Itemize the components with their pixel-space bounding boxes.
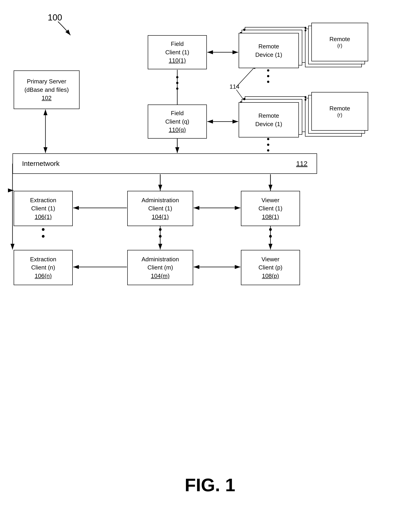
extraction-client-1-box: ExtractionClient (1) 106(1)	[14, 191, 73, 226]
svg-point-26	[243, 29, 246, 31]
remote-top-stack: Remote (r)	[305, 23, 368, 68]
viewer-client-1-ref: 108(1)	[262, 213, 279, 221]
admin-client-1-ref: 104(1)	[152, 213, 169, 221]
field-client-1-label: FieldClient (1)	[165, 40, 189, 56]
field-client-q-box: FieldClient (q) 110(q)	[148, 105, 207, 139]
extraction-client-n-label: ExtractionClient (n)	[30, 255, 56, 272]
extraction-client-1-ref: 106(1)	[35, 213, 52, 221]
admin-client-m-box: AdministrationClient (m) 104(m)	[127, 250, 193, 285]
fig-label: FIG. 1	[0, 475, 420, 495]
viewer-client-p-box: ViewerClient (p) 108(p)	[241, 250, 300, 285]
viewer-client-p-ref: 108(p)	[262, 272, 279, 280]
svg-point-48	[269, 228, 272, 231]
admin-client-m-ref: 104(m)	[151, 272, 170, 280]
viewer-client-p-label: ViewerClient (p)	[258, 255, 282, 272]
remote-device-1-bottom-label: RemoteDevice (1)	[255, 112, 282, 128]
svg-point-45	[159, 228, 162, 231]
admin-client-1-box: AdministrationClient (1) 104(1)	[127, 191, 193, 226]
internetwork-box: Internetwork 112	[13, 153, 317, 174]
admin-client-m-label: AdministrationClient (m)	[142, 255, 179, 272]
primary-server-ref: 102	[42, 94, 51, 102]
remote-top-sublabel: (r)	[337, 43, 342, 49]
extraction-client-n-ref: 106(n)	[35, 272, 52, 280]
svg-point-43	[42, 235, 45, 238]
primary-server-box: Primary Server (dBase and files) 102	[14, 70, 80, 109]
svg-point-18	[267, 138, 269, 140]
svg-point-13	[176, 82, 178, 84]
remote-device-1-top-label: RemoteDevice (1)	[255, 42, 282, 59]
internetwork-label: Internetwork	[22, 159, 60, 168]
diagram-container: 100 114	[0, 0, 420, 516]
diagram-number-text: 100	[48, 13, 62, 22]
svg-point-16	[267, 75, 269, 77]
remote-bottom-sublabel: (r)	[337, 112, 342, 118]
svg-point-19	[267, 144, 269, 146]
primary-server-label: Primary Server (dBase and files)	[24, 77, 69, 94]
fig-label-text: FIG. 1	[185, 475, 235, 495]
extraction-client-n-box: ExtractionClient (n) 106(n)	[14, 250, 73, 285]
svg-point-12	[176, 76, 178, 78]
remote-top-label: Remote	[329, 36, 350, 43]
svg-point-14	[176, 88, 178, 90]
remote-bottom-label: Remote	[329, 105, 350, 112]
svg-point-15	[267, 69, 269, 72]
svg-point-49	[269, 235, 272, 238]
viewer-client-1-label: ViewerClient (1)	[258, 196, 282, 213]
svg-point-42	[42, 228, 45, 231]
field-client-1-box: FieldClient (1) 110(1)	[148, 35, 207, 69]
svg-point-17	[267, 81, 269, 83]
svg-point-20	[267, 149, 269, 151]
remote-device-1-top-box: RemoteDevice (1)	[239, 33, 299, 68]
field-client-q-label: FieldClient (q)	[165, 109, 189, 126]
field-client-1-ref: 110(1)	[169, 56, 186, 65]
remote-bottom-stack: Remote (r)	[305, 92, 368, 137]
viewer-client-1-box: ViewerClient (1) 108(1)	[241, 191, 300, 226]
svg-point-28	[243, 98, 246, 100]
admin-client-1-label: AdministrationClient (1)	[142, 196, 179, 213]
internetwork-ref: 112	[296, 159, 308, 168]
svg-text:114: 114	[230, 83, 239, 90]
remote-device-1-bottom-box: RemoteDevice (1)	[239, 102, 299, 137]
extraction-client-1-label: ExtractionClient (1)	[30, 196, 56, 213]
svg-point-46	[159, 235, 162, 238]
field-client-q-ref: 110(q)	[169, 126, 186, 134]
